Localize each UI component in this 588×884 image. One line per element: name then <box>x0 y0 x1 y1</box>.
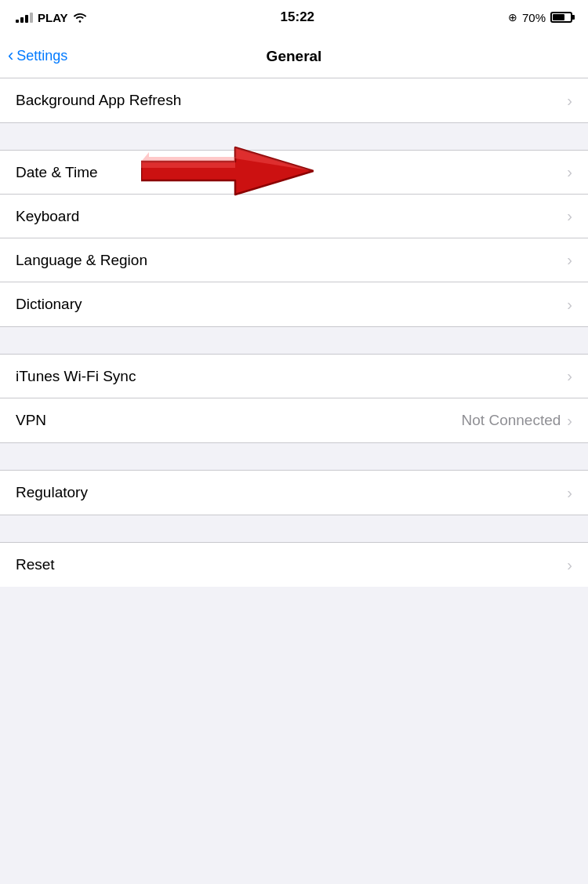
chevron-right-icon: › <box>567 163 572 181</box>
vpn-label: VPN <box>16 412 46 429</box>
time-display: 15:22 <box>281 9 314 25</box>
reset-label: Reset <box>16 556 55 573</box>
regulatory-item[interactable]: Regulatory › <box>0 471 588 515</box>
keyboard-item[interactable]: Keyboard › <box>0 195 588 238</box>
item-right-itunes: › <box>567 367 572 385</box>
settings-group-1: Background App Refresh › <box>0 78 588 122</box>
vpn-item[interactable]: VPN Not Connected › <box>0 398 588 442</box>
item-right: › <box>567 92 572 110</box>
chevron-right-icon: › <box>567 484 572 502</box>
page-title: General <box>267 48 322 65</box>
chevron-right-icon: › <box>567 207 572 225</box>
itunes-wifi-sync-label: iTunes Wi-Fi Sync <box>16 368 136 385</box>
date-time-item[interactable]: Date & Time › <box>0 151 588 195</box>
chevron-right-icon: › <box>567 556 572 574</box>
reset-item[interactable]: Reset › <box>0 543 588 587</box>
wifi-icon <box>73 12 87 23</box>
battery-icon <box>550 12 572 23</box>
dictionary-item[interactable]: Dictionary › <box>0 282 588 326</box>
carrier-label: PLAY <box>38 11 68 24</box>
background-app-refresh-label: Background App Refresh <box>16 92 181 109</box>
chevron-right-icon: › <box>567 251 572 269</box>
vpn-value: Not Connected <box>462 412 561 429</box>
svg-marker-1 <box>141 147 314 171</box>
item-right-keyboard: › <box>567 207 572 225</box>
itunes-wifi-sync-item[interactable]: iTunes Wi-Fi Sync › <box>0 355 588 398</box>
section-divider-4 <box>0 515 588 543</box>
back-chevron-icon: ‹ <box>8 47 13 64</box>
item-right-dictionary: › <box>567 296 572 314</box>
date-time-label: Date & Time <box>16 164 98 181</box>
settings-group-5: Reset › <box>0 543 588 587</box>
screen-lock-icon: ⊕ <box>508 11 517 24</box>
language-region-label: Language & Region <box>16 252 147 269</box>
back-button[interactable]: ‹ Settings <box>8 48 67 64</box>
status-bar: PLAY 15:22 ⊕ 70% <box>0 0 588 35</box>
language-region-item[interactable]: Language & Region › <box>0 238 588 282</box>
item-right-regulatory: › <box>567 484 572 502</box>
signal-bars-icon <box>16 12 33 23</box>
item-right-language: › <box>567 251 572 269</box>
nav-header: ‹ Settings General <box>0 35 588 78</box>
section-divider-3 <box>0 442 588 471</box>
battery-percent-label: 70% <box>522 11 546 24</box>
item-right-reset: › <box>567 556 572 574</box>
section-divider-1 <box>0 122 588 151</box>
section-divider-2 <box>0 326 588 355</box>
chevron-right-icon: › <box>567 412 572 430</box>
settings-group-3: iTunes Wi-Fi Sync › VPN Not Connected › <box>0 355 588 442</box>
status-right: ⊕ 70% <box>508 11 572 24</box>
back-label: Settings <box>16 48 67 64</box>
background-app-refresh-item[interactable]: Background App Refresh › <box>0 78 588 122</box>
chevron-right-icon: › <box>567 92 572 110</box>
item-right-date-time: › <box>567 163 572 181</box>
svg-marker-0 <box>141 147 314 195</box>
settings-group-4: Regulatory › <box>0 471 588 515</box>
chevron-right-icon: › <box>567 367 572 385</box>
item-right-vpn: Not Connected › <box>462 412 572 430</box>
keyboard-label: Keyboard <box>16 208 79 225</box>
regulatory-label: Regulatory <box>16 484 88 501</box>
settings-group-2: Date & Time › Keyboard › Language & Regi… <box>0 151 588 326</box>
status-left: PLAY <box>16 11 87 24</box>
chevron-right-icon: › <box>567 296 572 314</box>
dictionary-label: Dictionary <box>16 296 82 313</box>
